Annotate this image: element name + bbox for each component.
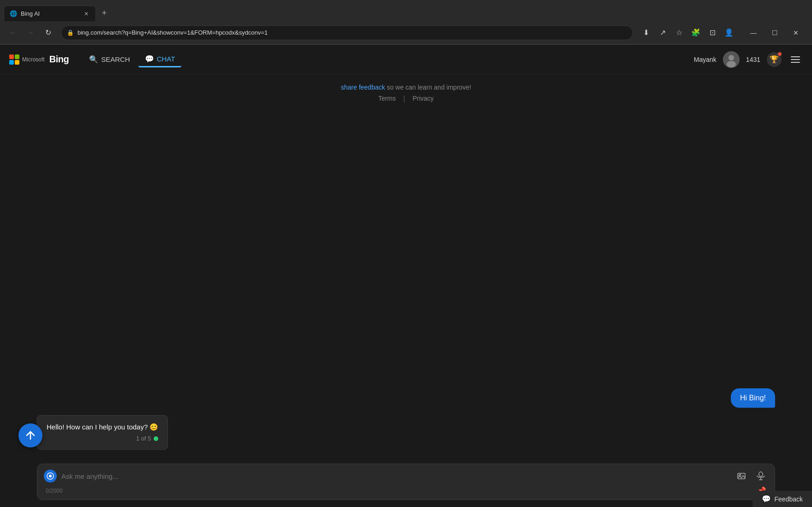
tab-bar: 🌐 Bing AI ✕ + <box>0 0 812 21</box>
feedback-label: Feedback <box>775 495 803 503</box>
logo-square-green <box>15 54 19 59</box>
address-bar[interactable]: 🔒 bing.com/search?q=Bing+AI&showconv=1&F… <box>61 25 633 40</box>
input-box-wrapper: 0/2000 📌 <box>37 464 775 500</box>
share-icon[interactable]: ↗ <box>655 25 670 40</box>
chat-nav-icon: 💬 <box>145 54 154 63</box>
info-text: share feedback so we can learn and impro… <box>18 84 794 91</box>
bing-appbar: Microsoft Bing 🔍 SEARCH 💬 CHAT Mayank 14… <box>0 45 812 74</box>
input-area: 0/2000 📌 <box>0 459 812 507</box>
terms-link[interactable]: Terms <box>378 95 396 103</box>
search-nav-label: SEARCH <box>101 55 130 63</box>
nav-forward-button[interactable]: → <box>23 25 38 40</box>
user-message-row: Hi Bing! <box>37 388 775 408</box>
status-dot <box>154 436 158 441</box>
logo-square-yellow <box>15 60 19 65</box>
download-icon[interactable]: ⬇ <box>639 25 653 40</box>
bing-circle-button[interactable] <box>18 423 42 447</box>
extensions-icon[interactable]: 🧩 <box>688 25 703 40</box>
user-name: Mayank <box>694 56 716 63</box>
info-section: share feedback so we can learn and impro… <box>0 74 812 117</box>
bing-logo-squares <box>9 54 19 65</box>
points-badge: 1431 <box>746 56 760 63</box>
favorites-icon[interactable]: ☆ <box>672 25 687 40</box>
chat-input[interactable] <box>61 472 729 480</box>
logo-square-red <box>9 54 14 59</box>
close-button[interactable]: ✕ <box>785 25 806 40</box>
messages-area: Hi Bing! Hello! How can I help you today… <box>0 117 812 459</box>
svg-point-1 <box>728 55 734 60</box>
new-tab-button[interactable]: + <box>98 6 111 19</box>
sidebar-icon[interactable]: ⊡ <box>705 25 720 40</box>
bing-label: Bing <box>49 54 69 65</box>
user-avatar[interactable] <box>723 51 740 68</box>
points-count: 1431 <box>746 56 760 63</box>
window-controls: — ☐ ✕ <box>743 25 806 40</box>
chat-container: share feedback so we can learn and impro… <box>0 74 812 507</box>
user-message-text: Hi Bing! <box>740 394 766 402</box>
maximize-button[interactable]: ☐ <box>764 25 785 40</box>
minimize-button[interactable]: — <box>743 25 764 40</box>
menu-line-1 <box>791 56 800 57</box>
input-bottom-row: 0/2000 📌 <box>44 486 768 495</box>
svg-rect-7 <box>759 472 763 477</box>
address-lock-icon: 🔒 <box>67 30 74 36</box>
nav-back-button[interactable]: ← <box>6 25 20 40</box>
nav-chat-item[interactable]: 💬 CHAT <box>138 52 182 67</box>
bing-logo[interactable]: Microsoft Bing <box>9 54 69 65</box>
active-tab[interactable]: 🌐 Bing AI ✕ <box>4 6 96 21</box>
input-bing-icon <box>44 470 57 483</box>
microsoft-label: Microsoft <box>22 56 45 63</box>
tab-title: Bing AI <box>21 10 79 17</box>
message-counter: 1 of 5 <box>47 435 158 442</box>
chat-nav-label: CHAT <box>157 55 175 63</box>
microphone-button[interactable] <box>753 469 768 483</box>
profile-icon[interactable]: 👤 <box>722 25 736 40</box>
bot-message-bubble: Hello! How can I help you today? 😊 1 of … <box>37 415 168 450</box>
input-row <box>44 469 768 483</box>
search-nav-icon: 🔍 <box>89 55 98 64</box>
bot-message-text: Hello! How can I help you today? 😊 <box>47 423 158 431</box>
conversation-count: 1 of 5 <box>136 435 151 442</box>
privacy-link[interactable]: Privacy <box>412 95 434 103</box>
image-search-button[interactable] <box>734 469 749 483</box>
address-url: bing.com/search?q=Bing+AI&showconv=1&FOR… <box>78 29 627 36</box>
browser-actions: ⬇ ↗ ☆ 🧩 ⊡ 👤 <box>639 25 736 40</box>
separator: | <box>403 95 405 103</box>
tab-favicon-icon: 🌐 <box>10 10 17 18</box>
feedback-icon: 💬 <box>762 495 771 503</box>
svg-point-4 <box>49 475 52 477</box>
info-text-suffix: so we can learn and improve! <box>387 84 471 91</box>
menu-line-2 <box>791 59 800 60</box>
info-links-row: Terms | Privacy <box>18 95 794 103</box>
menu-button[interactable] <box>788 52 803 67</box>
bing-nav: 🔍 SEARCH 💬 CHAT <box>83 52 181 67</box>
logo-square-blue <box>9 60 14 65</box>
svg-point-2 <box>727 61 736 67</box>
nav-refresh-button[interactable]: ↻ <box>41 25 55 40</box>
feedback-bar[interactable]: 💬 Feedback <box>752 491 812 507</box>
browser-chrome: 🌐 Bing AI ✕ + ← → ↻ 🔒 bing.com/search?q=… <box>0 0 812 45</box>
reward-icon[interactable]: 🏆 <box>767 52 782 67</box>
bing-right-section: Mayank 1431 🏆 <box>694 51 803 68</box>
menu-line-3 <box>791 62 800 63</box>
bot-message-row: Hello! How can I help you today? 😊 1 of … <box>37 415 775 450</box>
browser-controls: ← → ↻ 🔒 bing.com/search?q=Bing+AI&showco… <box>0 21 812 44</box>
share-feedback-link[interactable]: share feedback <box>341 84 385 91</box>
tab-close-button[interactable]: ✕ <box>83 10 90 18</box>
char-count: 0/2000 <box>46 488 63 494</box>
user-message-bubble: Hi Bing! <box>731 388 775 408</box>
nav-search-item[interactable]: 🔍 SEARCH <box>83 52 137 66</box>
reward-notification-dot <box>778 52 782 56</box>
